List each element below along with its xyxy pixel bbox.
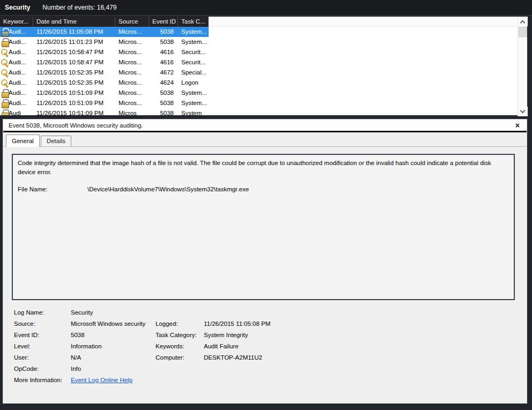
date-cell: 11/26/2015 10:58:47 PM (33, 57, 115, 68)
table-row[interactable]: Audi... 11/26/2015 10:52:35 PM Micros...… (0, 68, 209, 78)
audit-failure-lock-icon (1, 89, 9, 97)
scroll-down-button[interactable] (518, 107, 528, 116)
source-cell: Micros... (115, 88, 149, 98)
scroll-up-button[interactable] (518, 17, 528, 26)
event-id-cell: 4616 (149, 47, 178, 57)
file-name-value: \Device\HarddiskVolume7\Windows\System32… (87, 186, 249, 192)
event-id-cell: 5038 (149, 98, 178, 108)
source-cell: Micros... (115, 37, 149, 47)
log-title-bar: Security Number of events: 16,479 (0, 0, 532, 16)
audit-success-key-icon (1, 58, 9, 66)
computer-label: Computer: (156, 352, 204, 363)
task-cell: Logon (178, 78, 209, 88)
audit-failure-lock-icon (1, 38, 9, 46)
source-value: Microsoft Windows security (71, 318, 156, 330)
close-icon[interactable]: × (514, 122, 521, 129)
audit-success-key-icon (1, 48, 9, 56)
event-id-cell: 5038 (149, 27, 178, 37)
source-cell: Micros... (115, 68, 149, 78)
keywords-cell: Audi... (9, 37, 26, 47)
events-count-label: Number of events: 16,479 (35, 4, 116, 11)
computer-value: DESKTOP-A2M11U2 (204, 352, 515, 363)
date-cell: 11/26/2015 10:51:09 PM (33, 98, 115, 108)
table-row[interactable]: Audi... 11/26/2015 11:05:08 PM Micros...… (0, 27, 209, 37)
event-list: Keywor... Date and Time Source Event ID … (0, 16, 527, 115)
source-cell: Micros (115, 108, 149, 115)
event-id-cell: 4616 (149, 57, 178, 68)
event-id-cell: 5038 (149, 108, 178, 115)
source-cell: Micros... (115, 57, 149, 68)
file-name-label: File Name: (18, 186, 87, 192)
audit-success-key-icon (1, 69, 9, 77)
column-header-keywords[interactable]: Keywor... (0, 17, 33, 27)
task-cell: Securit... (178, 57, 209, 68)
scrollbar-thumb[interactable] (519, 27, 527, 37)
event-rows: Audi... 11/26/2015 11:05:08 PM Micros...… (0, 27, 527, 115)
table-row[interactable]: Audi... 11/26/2015 10:51:09 PM Micros...… (0, 98, 209, 108)
opcode-label: OpCode: (14, 363, 71, 375)
task-cell: Securit... (178, 47, 209, 57)
column-header-event-id[interactable]: Event ID (149, 17, 178, 27)
chevron-up-icon (520, 20, 526, 25)
source-cell: Micros... (115, 47, 149, 57)
keywords-cell: Audi... (9, 57, 26, 68)
source-cell: Micros... (115, 98, 149, 108)
keywords-value: Audit Failure (204, 341, 515, 352)
level-label: Level: (14, 341, 71, 352)
task-category-value: System Integrity (204, 330, 515, 341)
tab-general[interactable]: General (6, 135, 40, 147)
detail-tabstrip: General Details (3, 132, 527, 147)
chevron-down-icon (520, 108, 526, 113)
date-cell: 11/26/2015 11:01:23 PM (33, 37, 115, 47)
keywords-cell: Audi... (9, 78, 26, 88)
audit-failure-lock-icon (1, 99, 9, 107)
event-id-cell: 5038 (149, 37, 178, 47)
table-row[interactable]: Audi... 11/26/2015 10:52:35 PM Micros...… (0, 78, 209, 88)
more-information-label: More Information: (14, 375, 71, 386)
table-row[interactable]: Audi... 11/26/2015 10:58:47 PM Micros...… (0, 47, 209, 57)
audit-success-key-icon (1, 79, 9, 87)
logged-label: Logged: (156, 318, 204, 330)
event-detail-header: Event 5038, Microsoft Windows security a… (3, 120, 527, 132)
date-cell: 11/26/2015 10:51:09 PM (33, 88, 115, 98)
event-id-value: 5038 (71, 330, 156, 341)
keywords-cell: Audi... (9, 68, 26, 78)
event-properties: Log Name: Security Source: Microsoft Win… (14, 307, 515, 386)
column-header-task[interactable]: Task C... (178, 17, 209, 27)
event-id-label: Event ID: (14, 330, 71, 341)
logged-value: 11/26/2015 11:05:08 PM (204, 318, 515, 330)
event-id-cell: 4672 (149, 68, 178, 78)
audit-failure-lock-icon (1, 109, 9, 115)
log-name-value: Security (71, 307, 156, 318)
table-row[interactable]: Audi... 11/26/2015 10:58:47 PM Micros...… (0, 57, 209, 68)
date-cell: 11/26/2015 10:51:09 PM (33, 108, 115, 115)
task-category-label: Task Category: (156, 330, 204, 341)
date-cell: 11/26/2015 10:52:35 PM (33, 78, 115, 88)
column-header-source[interactable]: Source (115, 17, 149, 27)
keywords-cell: Audi... (9, 98, 26, 108)
table-row[interactable]: Audi... 11/26/2015 10:51:09 PM Micros...… (0, 88, 209, 98)
table-row[interactable]: Audi... 11/26/2015 11:01:23 PM Micros...… (0, 37, 209, 47)
file-name-row: File Name: \Device\HarddiskVolume7\Windo… (18, 186, 509, 192)
date-cell: 11/26/2015 10:58:47 PM (33, 47, 115, 57)
event-log-online-help-link[interactable]: Event Log Online Help (71, 377, 132, 383)
event-viewer-window: Security Number of events: 16,479 Keywor… (0, 0, 532, 410)
vertical-scrollbar[interactable] (518, 17, 527, 116)
level-value: Information (71, 341, 156, 352)
event-detail-pane: Event 5038, Microsoft Windows security a… (3, 119, 527, 404)
source-label: Source: (14, 318, 71, 330)
keywords-cell: Audi... (9, 47, 26, 57)
keywords-cell: Audi... (9, 27, 26, 37)
tab-details[interactable]: Details (41, 136, 71, 146)
user-label: User: (14, 352, 71, 363)
table-row[interactable]: Audi 11/26/2015 10:51:09 PM Micros 5038 … (0, 108, 209, 115)
keywords-cell: Audi (9, 108, 21, 115)
audit-failure-lock-icon (1, 28, 9, 36)
column-header-row: Keywor... Date and Time Source Event ID … (0, 17, 527, 27)
column-header-date[interactable]: Date and Time (33, 17, 115, 27)
event-detail-title: Event 5038, Microsoft Windows security a… (9, 122, 143, 129)
date-cell: 11/26/2015 11:05:08 PM (33, 27, 115, 37)
task-cell: System... (178, 37, 209, 47)
event-id-cell: 5038 (149, 88, 178, 98)
opcode-value: Info (71, 363, 156, 375)
